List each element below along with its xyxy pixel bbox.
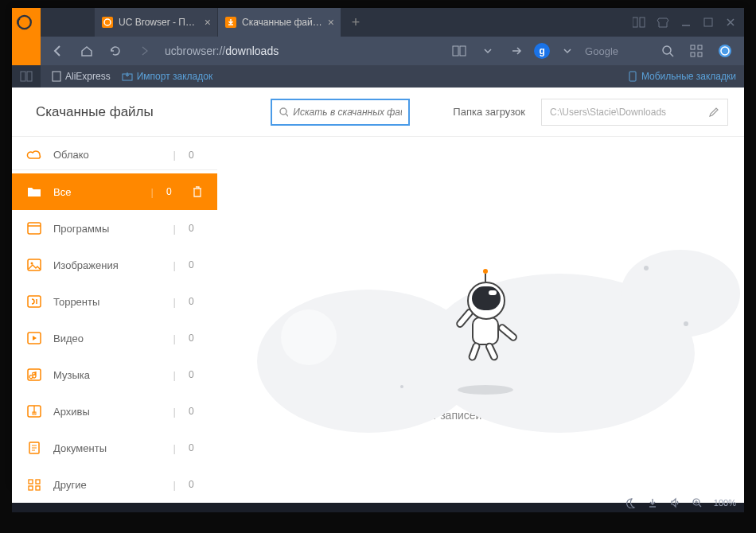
edit-icon[interactable] (708, 107, 719, 118)
svg-rect-25 (28, 223, 41, 234)
chevron-down-icon[interactable] (477, 40, 499, 62)
content-area: Нет записей о загрузках (217, 137, 744, 503)
downloads-search[interactable] (271, 99, 410, 126)
tab-strip: UC Browser - Погода, ... × Скачанные фай… (95, 8, 370, 37)
uc-logo-corner (12, 8, 41, 37)
chevron-down-icon[interactable] (556, 40, 579, 62)
grid-icon (26, 477, 42, 492)
svg-rect-5 (640, 18, 645, 27)
svg-line-24 (286, 114, 288, 117)
category-torrents[interactable]: Торренты | 0 (12, 283, 217, 320)
reload-button[interactable] (104, 40, 127, 62)
category-label: Изображения (53, 259, 161, 271)
tab-downloads[interactable]: Скачанные файлы × (218, 8, 341, 37)
panels-icon[interactable] (633, 17, 645, 28)
category-label: Музыка (53, 369, 161, 381)
uc-icon[interactable] (714, 40, 736, 62)
category-sidebar: Облако | 0 Все | 0 Программы | 0 (12, 137, 217, 503)
svg-rect-19 (27, 72, 32, 81)
import-icon (122, 72, 133, 81)
category-programs[interactable]: Программы | 0 (12, 210, 217, 247)
category-count: 0 (189, 296, 203, 307)
svg-line-11 (670, 53, 673, 56)
folder-label: Папка загрузок (453, 106, 525, 118)
svg-rect-20 (53, 72, 60, 81)
category-video[interactable]: Видео | 0 (12, 320, 217, 356)
category-documents[interactable]: Документы | 0 (12, 430, 217, 466)
svg-rect-22 (629, 72, 636, 81)
apps-icon[interactable] (685, 40, 707, 62)
search-icon (279, 107, 288, 118)
page-icon (52, 71, 61, 82)
search-engine-badge[interactable]: g (534, 43, 550, 59)
category-count: 0 (189, 333, 203, 344)
address-bar[interactable]: ucbrowser://downloads (162, 45, 442, 57)
downloads-page: Скачанные файлы Папка загрузок C:\Users\… (12, 88, 744, 503)
torrent-icon (26, 294, 42, 309)
svg-point-23 (280, 108, 286, 115)
category-label: Другие (53, 479, 161, 491)
category-count: 0 (189, 223, 203, 234)
download-icon (224, 16, 237, 29)
category-label: Документы (53, 442, 161, 454)
svg-rect-13 (698, 45, 702, 49)
home-button[interactable] (76, 40, 98, 62)
bookbar-toggle[interactable] (12, 65, 41, 88)
go-button[interactable] (505, 40, 528, 62)
category-count: 0 (189, 442, 203, 453)
bookmark-import[interactable]: Импорт закладок (122, 71, 212, 82)
new-tab-button[interactable]: + (341, 8, 370, 37)
category-label: Видео (53, 333, 161, 344)
svg-point-0 (18, 16, 31, 29)
mobile-icon (628, 71, 637, 82)
astronaut-icon (456, 282, 520, 369)
video-icon (26, 330, 42, 346)
skin-icon[interactable] (657, 17, 669, 28)
minimize-icon[interactable] (680, 17, 692, 28)
uc-icon (101, 16, 114, 29)
forward-button[interactable] (133, 40, 155, 62)
document-icon (26, 440, 42, 456)
category-all[interactable]: Все | 0 (12, 173, 217, 210)
category-other[interactable]: Другие | 0 (12, 466, 217, 503)
download-folder-field[interactable]: C:\Users\Stacie\Downloads (541, 99, 728, 126)
svg-rect-12 (691, 45, 695, 49)
close-icon[interactable]: × (205, 16, 211, 29)
cloud-icon (26, 147, 42, 163)
category-label: Торренты (53, 296, 161, 308)
category-archives[interactable]: Архивы | 0 (12, 393, 217, 430)
close-icon[interactable]: × (328, 16, 334, 29)
svg-rect-27 (28, 259, 41, 270)
search-input[interactable] (293, 107, 402, 118)
empty-illustration (217, 218, 744, 425)
category-label: Архивы (53, 406, 161, 418)
browser-window: UC Browser - Погода, ... × Скачанные фай… (12, 8, 744, 485)
svg-rect-4 (633, 18, 637, 27)
page-body: Облако | 0 Все | 0 Программы | 0 (12, 137, 744, 503)
category-cloud[interactable]: Облако | 0 (12, 140, 217, 170)
reader-icon[interactable] (448, 40, 470, 62)
maximize-icon[interactable] (703, 17, 714, 28)
back-button[interactable] (47, 40, 69, 62)
category-count: 0 (189, 479, 203, 490)
trash-icon[interactable] (192, 185, 203, 198)
svg-rect-1 (102, 17, 113, 28)
category-music[interactable]: Музыка | 0 (12, 356, 217, 393)
svg-rect-18 (21, 72, 25, 81)
tab-uc-browser[interactable]: UC Browser - Погода, ... × (95, 8, 218, 37)
tab-label: UC Browser - Погода, ... (119, 17, 200, 28)
category-count: 0 (189, 150, 203, 161)
bookmark-aliexpress[interactable]: AliExpress (52, 71, 111, 82)
category-label: Все (53, 186, 138, 198)
music-icon (26, 367, 42, 383)
svg-rect-40 (36, 480, 40, 484)
category-images[interactable]: Изображения | 0 (12, 247, 217, 283)
window-close-icon[interactable] (725, 17, 736, 28)
svg-rect-39 (29, 480, 33, 484)
category-label: Программы (53, 223, 161, 235)
svg-rect-9 (460, 46, 466, 56)
bookmarks-bar: AliExpress Импорт закладок Мобильные зак… (12, 65, 744, 88)
search-button[interactable] (657, 40, 679, 62)
window-controls (625, 8, 744, 37)
bookmark-mobile[interactable]: Мобильные закладки (628, 71, 736, 82)
